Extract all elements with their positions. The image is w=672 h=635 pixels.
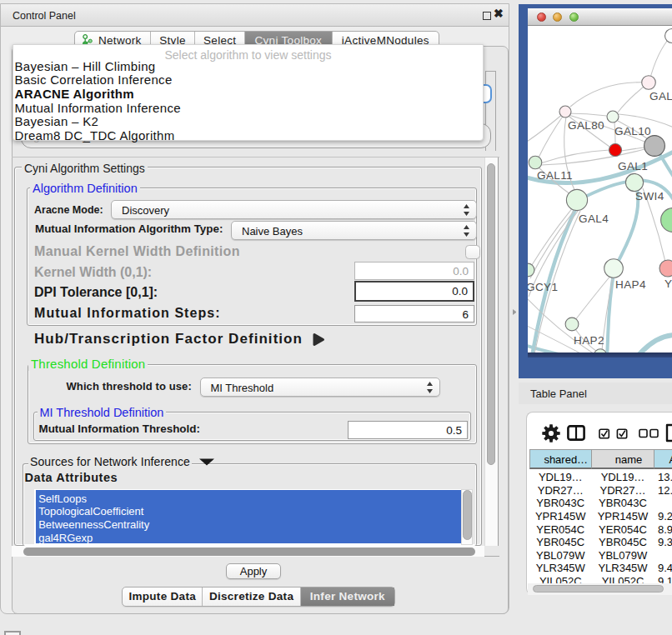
svg-text:GAL80: GAL80 (568, 119, 604, 132)
svg-text:GCY1: GCY1 (528, 281, 558, 293)
svg-text:HAP2: HAP2 (574, 334, 604, 347)
svg-text:GAL1: GAL1 (618, 160, 648, 172)
svg-text:GAL11: GAL11 (537, 169, 573, 182)
svg-text:YJ: YJ (664, 278, 672, 290)
svg-text:HAP4: HAP4 (615, 278, 646, 291)
svg-text:GAL7: GAL7 (649, 90, 672, 102)
svg-text:SWI4: SWI4 (635, 190, 664, 202)
svg-text:GAL4: GAL4 (579, 212, 609, 225)
svg-text:GAL10: GAL10 (614, 125, 651, 138)
